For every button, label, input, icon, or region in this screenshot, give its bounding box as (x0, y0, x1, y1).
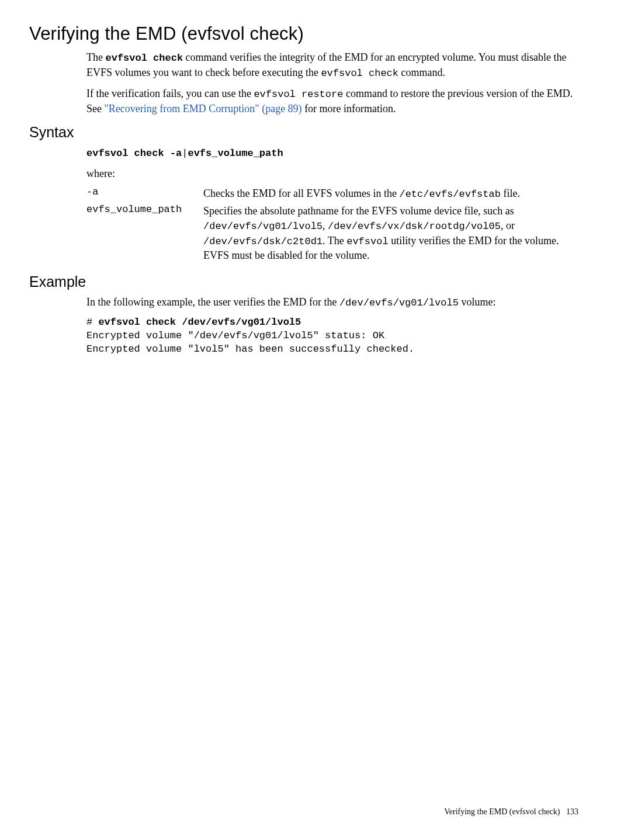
definition-row: -a Checks the EMD for all EVFS volumes i… (86, 186, 578, 204)
definition-term: evfs_volume_path (86, 204, 203, 265)
definition-row: evfs_volume_path Specifies the absolute … (86, 204, 578, 265)
code-output: Encrypted volume "lvol5" has been succes… (86, 343, 414, 355)
page-title: Verifying the EMD (evfsvol check) (29, 23, 578, 44)
definition-term: -a (86, 186, 203, 204)
text: file. (501, 188, 520, 199)
syntax-cmd-part: evfs_volume_path (188, 148, 283, 159)
syntax-cmd-part: evfsvol check -a (86, 148, 182, 159)
text: volume: (459, 296, 496, 308)
text: In the following example, the user verif… (86, 296, 339, 308)
text: , or (501, 220, 515, 231)
text: Checks the EMD for all EVFS volumes in t… (203, 188, 399, 199)
example-intro: In the following example, the user verif… (86, 295, 578, 310)
code-output: Encrypted volume "/dev/evfs/vg01/lvol5" … (86, 330, 384, 341)
definition-table: -a Checks the EMD for all EVFS volumes i… (86, 186, 578, 265)
text: . The (323, 235, 346, 247)
syntax-bar: | (182, 148, 188, 159)
prompt: # (86, 317, 98, 328)
definition-description: Specifies the absolute pathname for the … (203, 204, 578, 265)
inline-code: /dev/evfs/vx/dsk/rootdg/vol05 (328, 221, 501, 232)
intro-paragraph-1: The evfsvol check command verifies the i… (86, 50, 578, 81)
code-block: # evfsvol check /dev/evfs/vg01/lvol5 Enc… (86, 316, 578, 356)
inline-code: evfsvol check (321, 68, 398, 79)
inline-code: /dev/evfs/vg01/lvol5 (339, 297, 459, 308)
inline-code: evfsvol (346, 236, 388, 247)
example-heading: Example (29, 273, 578, 290)
where-label: where: (86, 166, 578, 181)
inline-code: evfsvol restore (254, 89, 343, 100)
syntax-heading: Syntax (29, 124, 578, 141)
page-number: 133 (566, 807, 578, 816)
intro-paragraph-2: If the verification fails, you can use t… (86, 86, 578, 116)
text: command. (398, 67, 445, 78)
code-command: evfsvol check /dev/evfs/vg01/lvol5 (98, 317, 301, 328)
definition-description: Checks the EMD for all EVFS volumes in t… (203, 186, 578, 204)
page-footer: Verifying the EMD (evfsvol check) 133 (444, 807, 578, 817)
footer-text: Verifying the EMD (evfsvol check) (444, 807, 560, 816)
inline-code: /dev/evfs/vg01/lvol5 (203, 221, 323, 232)
inline-code: /etc/evfs/evfstab (399, 189, 500, 200)
text: , (323, 220, 328, 231)
text: If the verification fails, you can use t… (86, 88, 254, 99)
text: The (86, 51, 105, 63)
text: Specifies the absolute pathname for the … (203, 205, 514, 217)
inline-code: /dev/evfs/dsk/c2t0d1 (203, 236, 323, 247)
text: for more information. (302, 103, 396, 114)
cross-reference-link[interactable]: "Recovering from EMD Corruption" (page 8… (105, 103, 302, 114)
command-name: evfsvol check (105, 53, 183, 64)
syntax-command: evfsvol check -a|evfs_volume_path (86, 145, 578, 161)
